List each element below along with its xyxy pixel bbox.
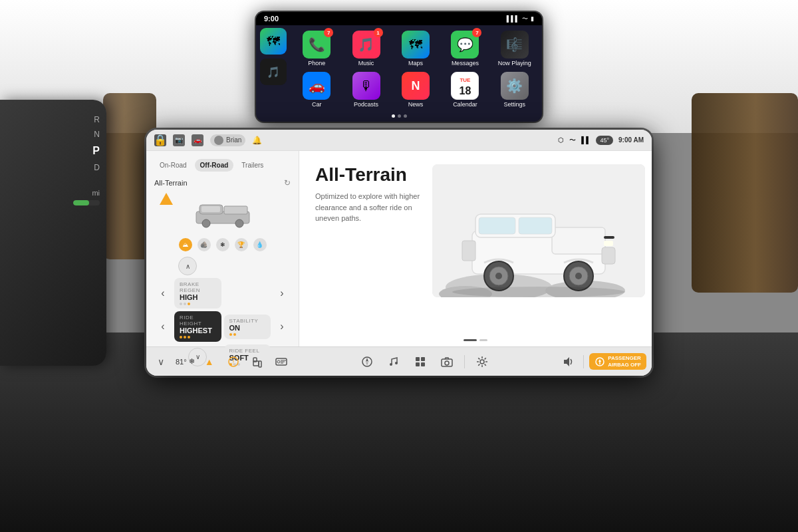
carplay-app-car[interactable]: 🚗 Car (295, 72, 338, 108)
up-arrow-btn[interactable]: ∧ (178, 257, 197, 275)
brake-regen-left-btn[interactable]: ‹ (154, 287, 172, 299)
carplay-app-maps[interactable]: 🗺 Maps (394, 31, 438, 66)
slider-dot-2[interactable] (479, 339, 487, 341)
navbar-left: ∨ 81° ❄ ▲ ! (152, 352, 291, 371)
terrain-icon-snow[interactable]: ❄ (216, 238, 229, 251)
car-label: Car (312, 101, 322, 108)
svg-point-3 (202, 219, 210, 227)
brake-regen-right-btn[interactable]: › (273, 287, 291, 299)
chevron-down-nav-icon[interactable]: ∨ (152, 352, 170, 371)
seat-heat-icon[interactable] (248, 352, 267, 371)
svg-rect-41 (416, 357, 420, 361)
bell-icon[interactable]: 🔔 (252, 136, 262, 145)
svg-marker-38 (366, 362, 368, 366)
dot-a3 (188, 303, 190, 305)
camera-nav-icon[interactable] (438, 352, 456, 371)
status-time: 9:00 AM (618, 136, 644, 144)
climate-icon[interactable] (272, 352, 291, 371)
truck-illustration (432, 164, 645, 297)
volume-icon[interactable] (559, 352, 578, 371)
svg-rect-5 (201, 206, 220, 212)
svg-marker-37 (366, 358, 368, 362)
carplay-app-music[interactable]: 🎵 1 Music (344, 31, 388, 66)
carplay-app-news[interactable]: N News (394, 72, 438, 108)
heat-warning-icon[interactable]: ! (224, 352, 243, 371)
slider-dot-1[interactable] (464, 339, 477, 341)
carplay-app-settings[interactable]: ⚙️ Settings (493, 72, 537, 108)
settings-right-btn[interactable]: › (273, 321, 291, 332)
side-app-container: 🗺 🎵 (260, 28, 287, 85)
refresh-icon[interactable]: ↻ (284, 178, 291, 188)
svg-rect-14 (462, 241, 475, 261)
carplay-header: 9:00 ▌▌▌ 〜 ▮ (256, 12, 542, 25)
dot-b2 (184, 336, 186, 338)
rivian-content: On-Road Off-Road Trailers All-Terrain ↻ (146, 151, 652, 346)
brake-regen-card: Brake Regen HIGH (174, 278, 221, 309)
user-name: Brian (226, 136, 241, 144)
tab-trailers[interactable]: Trailers (236, 159, 269, 172)
music-label: Music (358, 60, 374, 66)
nav-compass-svg (361, 356, 373, 368)
settings-left-btn[interactable]: ‹ (154, 321, 172, 332)
svg-rect-44 (421, 362, 425, 366)
statusbar-left: 🔒 📷 🚗 Brian 🔔 (154, 134, 262, 146)
tab-onroad[interactable]: On-Road (154, 159, 192, 172)
tab-offroad[interactable]: Off-Road (195, 159, 234, 172)
svg-rect-42 (421, 357, 425, 361)
svg-rect-11 (552, 227, 605, 254)
dot-1 (392, 114, 395, 118)
carplay-app-phone[interactable]: 📞 7 Phone (295, 31, 338, 66)
mode-name: All-Terrain (154, 179, 188, 187)
car-status-icon[interactable]: 🚗 (192, 134, 203, 146)
carplay-screen: 9:00 ▌▌▌ 〜 ▮ 🗺 🎵 📞 7 Phone 🎵 1 (256, 12, 542, 122)
temperature-display[interactable]: 81° ❄ (176, 357, 195, 366)
side-app-car-icon[interactable]: 🎵 (260, 59, 287, 85)
stability-value: ON (229, 324, 266, 332)
mode-tabs: On-Road Off-Road Trailers (154, 159, 291, 172)
bluetooth-icon: ⬡ (558, 136, 564, 144)
ride-height-dots (180, 336, 216, 338)
side-app-maps-icon[interactable]: 🗺 (260, 28, 287, 55)
brake-regen-label: Brake Regen (180, 281, 216, 293)
terrain-icons: ⛰ 🪨 ❄ 🏆 💧 (154, 238, 291, 251)
carplay-app-calendar[interactable]: TUE 18 Calendar (443, 72, 487, 108)
svg-point-21 (495, 273, 502, 279)
terrain-icon-rock[interactable]: 🪨 (198, 238, 211, 251)
svg-point-39 (390, 363, 392, 366)
fan-nav-icon: ❄ (189, 357, 195, 366)
navbar-center (358, 352, 491, 371)
statusbar-right: ⬡ 〜 ▌▌ 45° 9:00 AM (558, 136, 644, 145)
terrain-panel: All-Terrain Optimized to explore with hi… (299, 151, 652, 346)
news-label: News (408, 101, 424, 108)
nav-divider-2 (583, 355, 584, 368)
svg-marker-48 (564, 357, 569, 366)
settings-nav-icon[interactable] (473, 352, 491, 371)
music-nav-icon[interactable] (384, 352, 403, 371)
carplay-app-nowplaying[interactable]: 🎼 Now Playing (493, 31, 537, 66)
svg-rect-43 (416, 362, 420, 366)
svg-rect-18 (604, 241, 613, 246)
temp-up-icon[interactable]: ▲ (200, 352, 219, 371)
terrain-icon-sand[interactable]: 🏆 (235, 238, 248, 251)
carplay-app-messages[interactable]: 💬 7 Messages (443, 31, 487, 66)
svg-rect-17 (604, 236, 614, 239)
phone-label: Phone (308, 60, 325, 66)
navigation-icon[interactable] (358, 352, 376, 371)
seat-svg (251, 356, 263, 368)
lock-icon[interactable]: 🔒 (154, 134, 166, 146)
svg-point-4 (235, 219, 243, 227)
gear-indicator: R N P D (92, 113, 100, 176)
terrain-icon-mountain[interactable]: ⛰ (179, 238, 192, 251)
terrain-icon-mud[interactable]: 💧 (253, 238, 267, 251)
svg-rect-16 (519, 217, 552, 234)
dot-2 (398, 114, 401, 118)
stability-card: Stability ON (224, 315, 271, 339)
svg-rect-2 (224, 206, 247, 214)
camera-icon[interactable]: 📷 (173, 134, 185, 146)
left-cluster: R N P D mi (0, 100, 106, 366)
ride-height-card: Ride Height HIGHEST (174, 311, 221, 342)
apps-nav-icon[interactable] (411, 352, 430, 371)
carplay-app-podcasts[interactable]: 🎙 Podcasts (344, 72, 388, 108)
user-chip[interactable]: Brian (210, 134, 245, 146)
heater-svg: ! (227, 356, 239, 368)
